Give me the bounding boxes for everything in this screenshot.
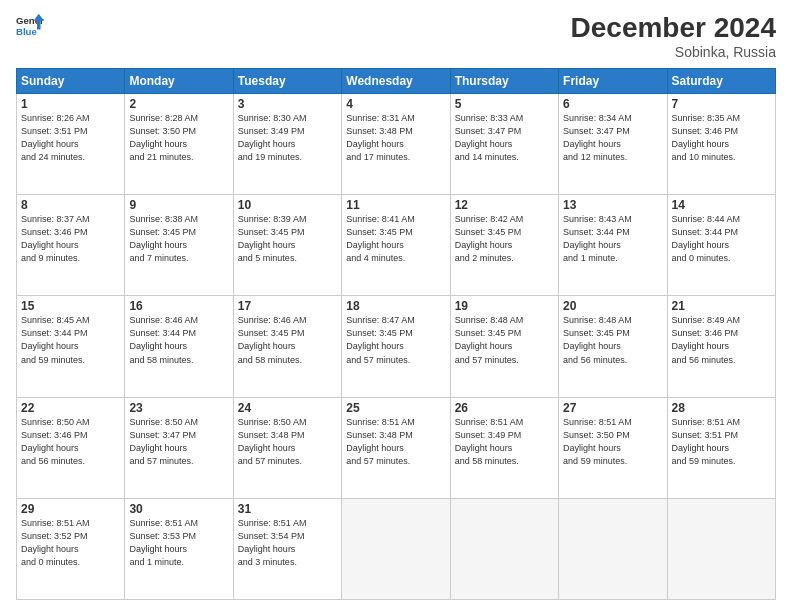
- day-cell-16: 16Sunrise: 8:46 AMSunset: 3:44 PMDayligh…: [125, 296, 233, 397]
- empty-cell: [342, 498, 450, 599]
- day-cell-3: 3Sunrise: 8:30 AMSunset: 3:49 PMDaylight…: [233, 94, 341, 195]
- calendar-week-1: 1Sunrise: 8:26 AMSunset: 3:51 PMDaylight…: [17, 94, 776, 195]
- day-number: 9: [129, 198, 228, 212]
- cell-info: Sunrise: 8:39 AMSunset: 3:45 PMDaylight …: [238, 213, 337, 265]
- day-number: 5: [455, 97, 554, 111]
- cell-info: Sunrise: 8:44 AMSunset: 3:44 PMDaylight …: [672, 213, 771, 265]
- day-cell-19: 19Sunrise: 8:48 AMSunset: 3:45 PMDayligh…: [450, 296, 558, 397]
- cell-info: Sunrise: 8:46 AMSunset: 3:44 PMDaylight …: [129, 314, 228, 366]
- cell-info: Sunrise: 8:49 AMSunset: 3:46 PMDaylight …: [672, 314, 771, 366]
- day-number: 14: [672, 198, 771, 212]
- day-cell-4: 4Sunrise: 8:31 AMSunset: 3:48 PMDaylight…: [342, 94, 450, 195]
- cell-info: Sunrise: 8:34 AMSunset: 3:47 PMDaylight …: [563, 112, 662, 164]
- cell-info: Sunrise: 8:51 AMSunset: 3:53 PMDaylight …: [129, 517, 228, 569]
- logo-icon: General Blue: [16, 12, 44, 40]
- svg-text:Blue: Blue: [16, 26, 37, 37]
- day-cell-14: 14Sunrise: 8:44 AMSunset: 3:44 PMDayligh…: [667, 195, 775, 296]
- cell-info: Sunrise: 8:41 AMSunset: 3:45 PMDaylight …: [346, 213, 445, 265]
- cell-info: Sunrise: 8:50 AMSunset: 3:48 PMDaylight …: [238, 416, 337, 468]
- day-cell-13: 13Sunrise: 8:43 AMSunset: 3:44 PMDayligh…: [559, 195, 667, 296]
- cell-info: Sunrise: 8:50 AMSunset: 3:46 PMDaylight …: [21, 416, 120, 468]
- page: General Blue December 2024 Sobinka, Russ…: [0, 0, 792, 612]
- cell-info: Sunrise: 8:47 AMSunset: 3:45 PMDaylight …: [346, 314, 445, 366]
- day-number: 28: [672, 401, 771, 415]
- cell-info: Sunrise: 8:33 AMSunset: 3:47 PMDaylight …: [455, 112, 554, 164]
- cell-info: Sunrise: 8:28 AMSunset: 3:50 PMDaylight …: [129, 112, 228, 164]
- day-cell-17: 17Sunrise: 8:46 AMSunset: 3:45 PMDayligh…: [233, 296, 341, 397]
- calendar-week-5: 29Sunrise: 8:51 AMSunset: 3:52 PMDayligh…: [17, 498, 776, 599]
- col-wednesday: Wednesday: [342, 69, 450, 94]
- day-cell-7: 7Sunrise: 8:35 AMSunset: 3:46 PMDaylight…: [667, 94, 775, 195]
- day-number: 17: [238, 299, 337, 313]
- day-cell-30: 30Sunrise: 8:51 AMSunset: 3:53 PMDayligh…: [125, 498, 233, 599]
- cell-info: Sunrise: 8:46 AMSunset: 3:45 PMDaylight …: [238, 314, 337, 366]
- calendar-week-2: 8Sunrise: 8:37 AMSunset: 3:46 PMDaylight…: [17, 195, 776, 296]
- day-number: 4: [346, 97, 445, 111]
- empty-cell: [559, 498, 667, 599]
- cell-info: Sunrise: 8:42 AMSunset: 3:45 PMDaylight …: [455, 213, 554, 265]
- day-cell-23: 23Sunrise: 8:50 AMSunset: 3:47 PMDayligh…: [125, 397, 233, 498]
- empty-cell: [667, 498, 775, 599]
- col-tuesday: Tuesday: [233, 69, 341, 94]
- day-number: 25: [346, 401, 445, 415]
- cell-info: Sunrise: 8:30 AMSunset: 3:49 PMDaylight …: [238, 112, 337, 164]
- cell-info: Sunrise: 8:31 AMSunset: 3:48 PMDaylight …: [346, 112, 445, 164]
- calendar: Sunday Monday Tuesday Wednesday Thursday…: [16, 68, 776, 600]
- cell-info: Sunrise: 8:51 AMSunset: 3:48 PMDaylight …: [346, 416, 445, 468]
- day-cell-27: 27Sunrise: 8:51 AMSunset: 3:50 PMDayligh…: [559, 397, 667, 498]
- day-number: 18: [346, 299, 445, 313]
- day-cell-28: 28Sunrise: 8:51 AMSunset: 3:51 PMDayligh…: [667, 397, 775, 498]
- day-cell-21: 21Sunrise: 8:49 AMSunset: 3:46 PMDayligh…: [667, 296, 775, 397]
- day-number: 11: [346, 198, 445, 212]
- title-block: December 2024 Sobinka, Russia: [571, 12, 776, 60]
- day-number: 6: [563, 97, 662, 111]
- day-cell-25: 25Sunrise: 8:51 AMSunset: 3:48 PMDayligh…: [342, 397, 450, 498]
- col-saturday: Saturday: [667, 69, 775, 94]
- day-cell-9: 9Sunrise: 8:38 AMSunset: 3:45 PMDaylight…: [125, 195, 233, 296]
- cell-info: Sunrise: 8:50 AMSunset: 3:47 PMDaylight …: [129, 416, 228, 468]
- cell-info: Sunrise: 8:48 AMSunset: 3:45 PMDaylight …: [455, 314, 554, 366]
- cell-info: Sunrise: 8:51 AMSunset: 3:50 PMDaylight …: [563, 416, 662, 468]
- col-friday: Friday: [559, 69, 667, 94]
- day-cell-26: 26Sunrise: 8:51 AMSunset: 3:49 PMDayligh…: [450, 397, 558, 498]
- day-cell-15: 15Sunrise: 8:45 AMSunset: 3:44 PMDayligh…: [17, 296, 125, 397]
- day-number: 13: [563, 198, 662, 212]
- day-cell-1: 1Sunrise: 8:26 AMSunset: 3:51 PMDaylight…: [17, 94, 125, 195]
- cell-info: Sunrise: 8:43 AMSunset: 3:44 PMDaylight …: [563, 213, 662, 265]
- calendar-week-3: 15Sunrise: 8:45 AMSunset: 3:44 PMDayligh…: [17, 296, 776, 397]
- day-cell-29: 29Sunrise: 8:51 AMSunset: 3:52 PMDayligh…: [17, 498, 125, 599]
- day-number: 1: [21, 97, 120, 111]
- day-cell-2: 2Sunrise: 8:28 AMSunset: 3:50 PMDaylight…: [125, 94, 233, 195]
- day-number: 16: [129, 299, 228, 313]
- day-cell-24: 24Sunrise: 8:50 AMSunset: 3:48 PMDayligh…: [233, 397, 341, 498]
- cell-info: Sunrise: 8:37 AMSunset: 3:46 PMDaylight …: [21, 213, 120, 265]
- day-number: 10: [238, 198, 337, 212]
- day-number: 8: [21, 198, 120, 212]
- day-cell-20: 20Sunrise: 8:48 AMSunset: 3:45 PMDayligh…: [559, 296, 667, 397]
- cell-info: Sunrise: 8:51 AMSunset: 3:54 PMDaylight …: [238, 517, 337, 569]
- day-number: 23: [129, 401, 228, 415]
- day-number: 19: [455, 299, 554, 313]
- day-number: 29: [21, 502, 120, 516]
- cell-info: Sunrise: 8:51 AMSunset: 3:51 PMDaylight …: [672, 416, 771, 468]
- day-number: 30: [129, 502, 228, 516]
- empty-cell: [450, 498, 558, 599]
- location: Sobinka, Russia: [571, 44, 776, 60]
- month-title: December 2024: [571, 12, 776, 44]
- day-number: 3: [238, 97, 337, 111]
- day-cell-22: 22Sunrise: 8:50 AMSunset: 3:46 PMDayligh…: [17, 397, 125, 498]
- day-cell-6: 6Sunrise: 8:34 AMSunset: 3:47 PMDaylight…: [559, 94, 667, 195]
- col-sunday: Sunday: [17, 69, 125, 94]
- calendar-week-4: 22Sunrise: 8:50 AMSunset: 3:46 PMDayligh…: [17, 397, 776, 498]
- day-cell-8: 8Sunrise: 8:37 AMSunset: 3:46 PMDaylight…: [17, 195, 125, 296]
- cell-info: Sunrise: 8:51 AMSunset: 3:52 PMDaylight …: [21, 517, 120, 569]
- day-number: 7: [672, 97, 771, 111]
- day-cell-11: 11Sunrise: 8:41 AMSunset: 3:45 PMDayligh…: [342, 195, 450, 296]
- day-number: 31: [238, 502, 337, 516]
- day-number: 27: [563, 401, 662, 415]
- day-cell-5: 5Sunrise: 8:33 AMSunset: 3:47 PMDaylight…: [450, 94, 558, 195]
- calendar-header-row: Sunday Monday Tuesday Wednesday Thursday…: [17, 69, 776, 94]
- cell-info: Sunrise: 8:48 AMSunset: 3:45 PMDaylight …: [563, 314, 662, 366]
- day-number: 20: [563, 299, 662, 313]
- cell-info: Sunrise: 8:26 AMSunset: 3:51 PMDaylight …: [21, 112, 120, 164]
